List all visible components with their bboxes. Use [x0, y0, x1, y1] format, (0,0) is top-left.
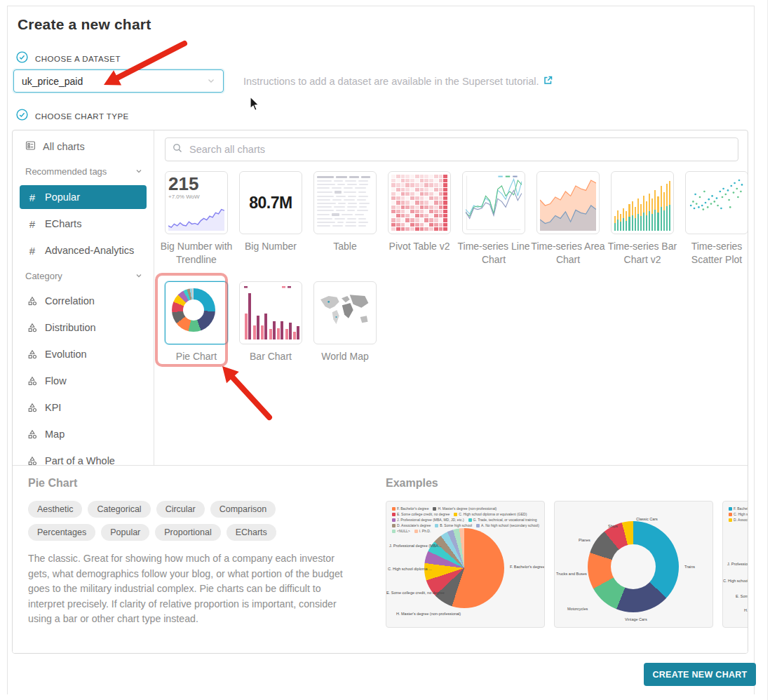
check-circle-icon	[16, 51, 28, 66]
create-new-chart-button[interactable]: CREATE NEW CHART	[644, 663, 756, 686]
chart-card-label: Pie Chart	[157, 350, 236, 363]
chart-card-time-series-area-chart[interactable]	[536, 171, 600, 234]
example-slice-label: C. High school diploma or eq	[723, 579, 748, 583]
example-pie-chart-2: TrainsVintage CarsMotorcyclesTrucks and …	[554, 501, 713, 628]
chart-tag-proportional[interactable]: Proportional	[155, 524, 220, 541]
dataset-select[interactable]: uk_price_paid	[13, 69, 224, 93]
chart-details-left: Pie Chart AestheticCategoricalCircularCo…	[28, 477, 377, 627]
example-legend: F. Bachelor's degreeC. High school diplo…	[729, 506, 748, 522]
category-shapes-icon	[27, 296, 37, 306]
chart-tag-percentages[interactable]: Percentages	[28, 524, 95, 541]
chart-card-label: Time-series Bar Chart v2	[603, 240, 682, 267]
example-slice-label: E. Some college credit, no degree	[386, 591, 445, 595]
sidebar-item-popular[interactable]: #Popular	[13, 184, 154, 210]
chart-type-gallery: All charts Recommended tags#Popular#ECha…	[12, 130, 748, 654]
external-link-icon[interactable]	[543, 76, 553, 87]
sidebar-item-advanced-analytics[interactable]: #Advanced-Analytics	[13, 237, 154, 264]
chart-type-step: CHOOSE CHART TYPE	[16, 109, 129, 123]
category-shapes-icon	[27, 403, 37, 412]
sidebar-item-echarts[interactable]: #ECharts	[13, 210, 154, 237]
chart-card-big-number[interactable]: 80.7M	[239, 171, 302, 234]
sidebar-item-evolution[interactable]: Evolution	[13, 341, 154, 368]
chart-card-bar-chart[interactable]	[239, 281, 302, 344]
sidebar-item-distribution[interactable]: Distribution	[13, 314, 154, 341]
search-input[interactable]	[188, 143, 731, 156]
chart-card-label: Big Number	[231, 240, 310, 253]
chart-type-step-label: CHOOSE CHART TYPE	[35, 112, 129, 121]
chart-card-label: Time-series Scatter Plot	[677, 240, 748, 267]
chart-card-pivot-table-v2[interactable]	[388, 171, 451, 234]
chart-card-label: World Map	[306, 350, 384, 363]
chart-description: The classic. Great for showing how much …	[28, 551, 358, 627]
gallery-main: 215+7.0% WoWBig Number with Trendline80.…	[155, 130, 748, 465]
chart-card-pie-chart[interactable]	[165, 281, 228, 344]
gallery-sidebar: All charts Recommended tags#Popular#ECha…	[13, 130, 154, 465]
example-slice-label: F. Bachelor's degree	[510, 565, 545, 569]
chart-tag-echarts[interactable]: ECharts	[227, 524, 276, 541]
chart-card-label: Bar Chart	[231, 350, 310, 363]
chart-tag-aesthetic[interactable]: Aesthetic	[28, 501, 82, 518]
chart-card-label: Pivot Table v2	[380, 240, 459, 253]
selected-chart-name: Pie Chart	[28, 477, 377, 490]
dataset-step-label: CHOOSE A DATASET	[35, 55, 121, 63]
hash-icon: #	[27, 191, 37, 203]
chart-card-label: Big Number with Trendline	[157, 240, 236, 267]
example-slice-label: E. Some college	[736, 594, 748, 598]
example-slice-label: J. Professional degree (M	[727, 562, 748, 566]
chart-examples: Examples F. Bachelor's degreeH. Master's…	[386, 477, 748, 652]
sidebar-item-map[interactable]: Map	[13, 421, 154, 447]
category-shapes-icon	[27, 429, 37, 439]
sidebar-item-all-charts[interactable]: All charts	[13, 135, 154, 159]
example-slice-label: Trucks and Buses	[556, 572, 587, 576]
sidebar-sections: Recommended tags#Popular#ECharts#Advance…	[13, 159, 154, 465]
big-number-value: 215	[168, 175, 224, 193]
examples-row: F. Bachelor's degreeH. Master's degree (…	[386, 501, 748, 628]
example-slice-label: H. Mast	[744, 608, 748, 612]
chevron-down-icon	[135, 272, 142, 279]
create-chart-page: Create a new chart CHOOSE A DATASET uk_p…	[7, 6, 755, 694]
page-right-divider	[767, 0, 768, 700]
chart-card-label: Time-series Area Chart	[529, 240, 607, 267]
chart-card-time-series-line-chart[interactable]	[462, 171, 525, 234]
category-shapes-icon	[27, 349, 37, 359]
example-slice-label: Planes	[579, 538, 590, 542]
chart-tag-comparison[interactable]: Comparison	[210, 501, 276, 518]
sidebar-item-part-of-a-whole[interactable]: Part of a Whole	[13, 447, 154, 465]
hash-icon: #	[27, 245, 37, 257]
example-slice-label: Trains	[684, 565, 695, 569]
big-number-value: 80.7M	[243, 175, 299, 231]
sidebar-section-category[interactable]: Category	[13, 264, 154, 288]
sidebar-item-flow[interactable]: Flow	[13, 368, 154, 394]
sidebar-section-recommended-tags[interactable]: Recommended tags	[13, 159, 154, 184]
search-icon	[173, 143, 182, 156]
example-slice-label: C. High school diploma ...	[388, 567, 432, 571]
chart-tag-circular[interactable]: Circular	[156, 501, 205, 518]
sidebar-item-correlation[interactable]: Correlation	[13, 288, 154, 314]
chart-card-time-series-bar-chart-v2[interactable]	[611, 171, 674, 234]
dataset-step: CHOOSE A DATASET	[16, 51, 121, 66]
dataset-hint: Instructions to add a dataset are availa…	[243, 76, 553, 87]
chart-card-big-number-with-trendline[interactable]: 215+7.0% WoW	[165, 171, 228, 234]
example-slice-label: Vintage Cars	[625, 617, 647, 621]
page-title: Create a new chart	[18, 16, 151, 33]
sidebar-item-kpi[interactable]: KPI	[13, 394, 154, 421]
example-slice-label: H. Master's degree (non-professional)	[396, 612, 461, 616]
chart-card-time-series-scatter-plot[interactable]	[685, 171, 748, 234]
dataset-select-value: uk_price_paid	[22, 76, 83, 87]
category-shapes-icon	[27, 456, 37, 465]
chart-card-world-map[interactable]	[313, 281, 377, 344]
chart-card-table[interactable]	[313, 171, 377, 234]
chart-tag-popular[interactable]: Popular	[101, 524, 149, 541]
chart-card-row-2: Pie ChartBar ChartWorld Map	[165, 281, 738, 363]
category-shapes-icon	[27, 376, 37, 386]
chart-tag-categorical[interactable]: Categorical	[88, 501, 150, 518]
chart-card-label: Table	[306, 240, 384, 253]
example-pie-chart-3: F. Bachelor's degreeC. High school diplo…	[722, 501, 748, 628]
chevron-down-icon	[135, 168, 142, 175]
gallery-icon	[25, 140, 36, 153]
category-shapes-icon	[27, 323, 37, 332]
chevron-down-icon	[207, 76, 215, 87]
example-slice-label: Ships	[608, 524, 618, 528]
examples-title: Examples	[386, 477, 748, 490]
chart-card-label: Time-series Line Chart	[454, 240, 533, 267]
